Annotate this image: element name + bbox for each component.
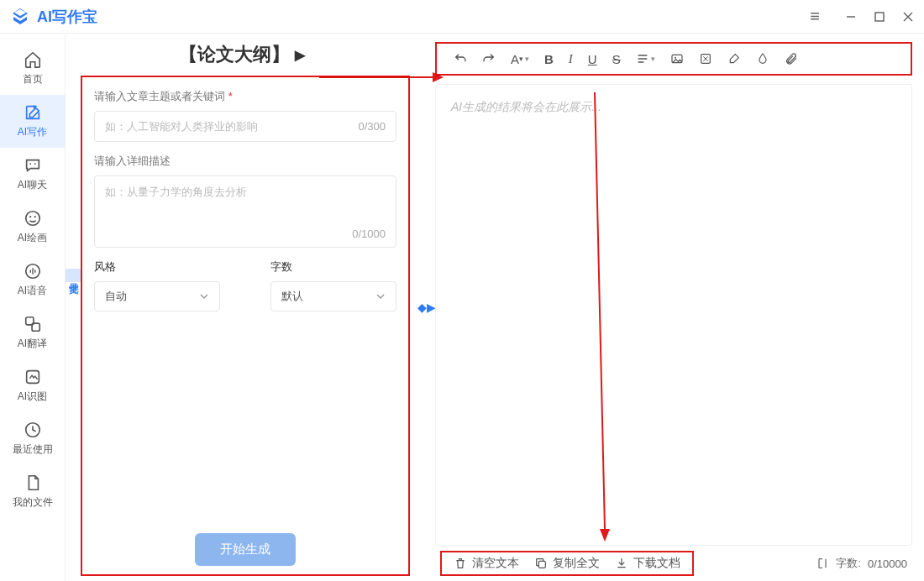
- download-button[interactable]: 下载文档: [615, 556, 680, 571]
- generate-button[interactable]: 开始生成: [195, 533, 296, 566]
- play-icon[interactable]: ▶: [295, 47, 305, 63]
- nav-label: 最近使用: [13, 442, 53, 457]
- nav-label: AI翻译: [18, 337, 47, 351]
- write-icon: [24, 103, 42, 122]
- voice-icon: [24, 262, 42, 280]
- nav-label: AI绘画: [18, 231, 47, 245]
- svg-point-6: [25, 212, 39, 226]
- nav-ai-draw[interactable]: AI绘画: [0, 201, 65, 254]
- align-button[interactable]: ▾: [636, 52, 655, 65]
- svg-point-7: [29, 216, 31, 217]
- file-icon: [24, 474, 42, 492]
- count-value: 默认: [281, 289, 303, 304]
- copy-icon: [534, 557, 548, 570]
- drop-button[interactable]: [756, 52, 769, 65]
- style-select[interactable]: 自动: [94, 281, 220, 311]
- window-controls: ≡: [810, 7, 914, 26]
- home-icon: [24, 50, 42, 69]
- nav-label: AI聊天: [18, 178, 47, 192]
- clear-label: 清空文本: [472, 556, 519, 571]
- menu-icon[interactable]: ≡: [810, 7, 820, 26]
- svg-point-8: [34, 216, 35, 217]
- maximize-button[interactable]: [874, 11, 885, 23]
- gallery-button[interactable]: [699, 52, 712, 65]
- strikethrough-button[interactable]: S: [612, 52, 621, 66]
- font-color-button[interactable]: A▾▾: [511, 52, 529, 66]
- nav-ai-voice[interactable]: AI语音: [0, 254, 65, 306]
- page-title: 【论文大纲】: [179, 42, 290, 67]
- download-icon: [615, 557, 628, 570]
- wordcount-label: 字数:: [836, 556, 861, 571]
- chevron-down-icon: [375, 291, 386, 301]
- wordcount-icon: [816, 557, 829, 570]
- clock-icon: [24, 421, 42, 439]
- style-label: 风格: [94, 259, 220, 275]
- trash-icon: [454, 557, 467, 570]
- main-content: 【论文大纲】 ▶ 请输入文章主题或者关键词 * 0/300 请输入详细描述 0/…: [66, 34, 924, 581]
- word-count: 字数: 0/10000: [816, 556, 907, 571]
- svg-point-15: [675, 57, 676, 59]
- sidebar: 首页 AI写作 AI聊天 AI绘画 AI语音 AI翻译 AI识图 最近使用 我的…: [0, 34, 66, 581]
- count-label: 字数: [270, 259, 396, 275]
- detail-label: 请输入详细描述: [94, 154, 396, 169]
- nav-ai-translate[interactable]: AI翻译: [0, 306, 65, 359]
- editor-footer: 清空文本 复制全文 下载文档 字数: 0/10000: [435, 546, 912, 581]
- app-name: AI写作宝: [37, 7, 97, 27]
- footer-actions: 清空文本 复制全文 下载文档: [440, 551, 694, 576]
- draw-icon: [24, 209, 42, 228]
- italic-button[interactable]: I: [569, 52, 573, 66]
- bold-button[interactable]: B: [544, 52, 554, 66]
- nav-my-files[interactable]: 我的文件: [0, 465, 65, 518]
- svg-rect-1: [875, 13, 884, 21]
- svg-rect-17: [538, 561, 545, 568]
- panel-divider[interactable]: ◆▶: [418, 34, 435, 581]
- titlebar: AI写作宝 ≡: [0, 0, 924, 34]
- ocr-icon: [24, 368, 42, 386]
- topic-input-wrap: 0/300: [94, 111, 396, 142]
- download-label: 下载文档: [633, 556, 680, 571]
- editor-placeholder: AI生成的结果将会在此展示...: [451, 100, 601, 113]
- translate-icon: [24, 315, 42, 333]
- nav-home[interactable]: 首页: [0, 42, 65, 95]
- topic-counter: 0/300: [358, 120, 386, 133]
- right-panel: A▾▾ B I U S ▾ AI生成的结果将会在此展示... 清空文本: [435, 34, 924, 581]
- nav-ai-write[interactable]: AI写作: [0, 95, 65, 148]
- undo-button[interactable]: [454, 52, 467, 65]
- wordcount-value: 0/10000: [868, 557, 907, 570]
- copy-label: 复制全文: [553, 556, 600, 571]
- logo-icon: [10, 7, 30, 27]
- page-title-row: 【论文大纲】 ▶: [66, 34, 418, 76]
- chevron-down-icon: [199, 291, 209, 301]
- svg-point-5: [34, 163, 35, 165]
- left-panel: 【论文大纲】 ▶ 请输入文章主题或者关键词 * 0/300 请输入详细描述 0/…: [66, 34, 418, 581]
- editor-toolbar: A▾▾ B I U S ▾: [435, 42, 912, 76]
- topic-label: 请输入文章主题或者关键词 *: [94, 89, 396, 104]
- editor-area[interactable]: AI生成的结果将会在此展示...: [435, 84, 912, 546]
- detail-textarea-wrap: 0/1000: [94, 175, 396, 248]
- image-button[interactable]: [670, 52, 684, 65]
- topic-input[interactable]: [105, 120, 302, 133]
- copy-button[interactable]: 复制全文: [534, 556, 600, 571]
- style-value: 自动: [105, 289, 127, 304]
- nav-ai-chat[interactable]: AI聊天: [0, 148, 65, 201]
- nav-label: AI识图: [18, 390, 47, 404]
- nav-ai-ocr[interactable]: AI识图: [0, 359, 65, 412]
- detail-textarea[interactable]: [105, 185, 386, 218]
- nav-recent[interactable]: 最近使用: [0, 412, 65, 465]
- brush-button[interactable]: [727, 52, 741, 65]
- count-select[interactable]: 默认: [270, 281, 396, 311]
- nav-label: 首页: [23, 72, 43, 86]
- nav-label: AI语音: [18, 284, 47, 298]
- app-logo: AI写作宝: [10, 7, 97, 27]
- attachment-button[interactable]: [785, 52, 798, 65]
- redo-button[interactable]: [482, 52, 496, 65]
- detail-counter: 0/1000: [352, 228, 386, 240]
- nav-label: 我的文件: [13, 495, 53, 510]
- form-box: 请输入文章主题或者关键词 * 0/300 请输入详细描述 0/1000 风格: [81, 76, 410, 576]
- minimize-button[interactable]: [845, 11, 857, 23]
- chat-icon: [24, 156, 42, 175]
- clear-button[interactable]: 清空文本: [454, 556, 519, 571]
- close-button[interactable]: [902, 11, 914, 23]
- nav-label: AI写作: [18, 125, 47, 139]
- underline-button[interactable]: U: [588, 52, 597, 66]
